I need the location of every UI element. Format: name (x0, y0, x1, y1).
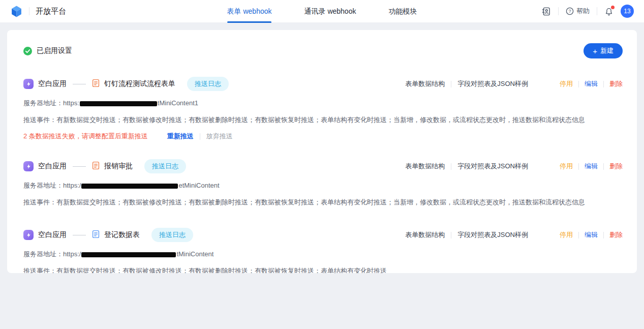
push-log-button[interactable]: 推送日志 (187, 77, 229, 91)
push-events-line: 推送事件：有新数据提交时推送；有数据被修改时推送；有数据被删除时推送；有数据被恢… (23, 198, 623, 207)
dash-connector (73, 84, 86, 84)
nav-tabs: 表单 webhook 通讯录 webhook 功能模块 (227, 0, 417, 23)
redacted-url (80, 101, 157, 106)
disable-button[interactable]: 停用 (560, 79, 573, 88)
server-address-line: 服务器地址：https:/tMiniContent (23, 250, 623, 259)
separator (451, 232, 451, 238)
push-error-line: 2 条数据推送失败，请调整配置后重新推送 重新推送 放弃推送 (23, 132, 623, 141)
separator (578, 163, 579, 170)
push-log-button[interactable]: 推送日志 (151, 228, 193, 242)
data-form-icon (92, 230, 100, 241)
enabled-settings-label: 已启用设置 (37, 46, 72, 55)
redacted-url (81, 184, 178, 189)
webhook-item: 空白应用 钉钉流程测试流程表单 推送日志 表单数据结构 字段对照表及JSON样例 (16, 77, 623, 141)
app-icon (23, 79, 34, 89)
separator (603, 232, 604, 238)
separator (451, 163, 451, 170)
new-button-label: 新建 (600, 46, 614, 55)
tab-form-webhook[interactable]: 表单 webhook (227, 0, 272, 23)
card-header: 已启用设置 + 新建 (16, 30, 623, 64)
form-structure-link[interactable]: 表单数据结构 (405, 162, 445, 171)
disable-button[interactable]: 停用 (560, 230, 573, 240)
push-events-line: 推送事件：有新数据提交时推送；有数据被修改时推送；有数据被删除时推送；有数据被恢… (23, 115, 623, 125)
top-navbar: 开放平台 表单 webhook 通讯录 webhook 功能模块 ? 帮助 (0, 0, 644, 23)
edit-button[interactable]: 编辑 (585, 79, 598, 88)
form-name: 钉钉流程测试流程表单 (104, 79, 175, 88)
edit-button[interactable]: 编辑 (585, 230, 598, 240)
dash-connector (73, 166, 86, 167)
redacted-url (81, 252, 176, 257)
delete-button[interactable]: 删除 (609, 79, 623, 88)
form-name: 报销审批 (104, 162, 133, 171)
nav-divider (558, 7, 559, 15)
separator (578, 232, 579, 238)
app-icon (23, 161, 34, 171)
form-name: 登记数据表 (104, 230, 140, 240)
tab-contacts-webhook[interactable]: 通讯录 webhook (304, 0, 356, 23)
separator (200, 133, 200, 140)
new-button[interactable]: + 新建 (584, 43, 623, 58)
field-mapping-link[interactable]: 字段对照表及JSON样例 (457, 162, 528, 171)
webhook-item: 空白应用 报销审批 推送日志 表单数据结构 字段对照表及JSON样例 (16, 159, 623, 206)
server-address-line: 服务器地址：https:/etMiniContent (23, 181, 623, 190)
push-log-button[interactable]: 推送日志 (144, 159, 186, 173)
field-mapping-link[interactable]: 字段对照表及JSON样例 (457, 230, 528, 240)
app-name: 空白应用 (38, 162, 67, 171)
separator (603, 81, 604, 87)
nav-divider (29, 7, 29, 15)
plus-icon: + (593, 47, 597, 55)
edit-button[interactable]: 编辑 (585, 162, 598, 171)
delete-button[interactable]: 删除 (609, 162, 623, 171)
process-form-icon (92, 161, 100, 172)
dash-connector (73, 235, 86, 235)
separator (578, 81, 579, 87)
tab-feature-modules[interactable]: 功能模块 (388, 0, 417, 23)
enabled-check-icon (23, 47, 32, 55)
push-events-line: 推送事件：有新数据提交时推送；有数据被修改时推送；有数据被删除时推送；有数据被恢… (23, 266, 623, 273)
process-form-icon (92, 79, 100, 89)
webhook-item: 空白应用 登记数据表 推送日志 表单数据结构 字段对照表及JSON样例 (16, 228, 623, 273)
disable-button[interactable]: 停用 (560, 162, 573, 171)
notification-dot (611, 6, 615, 9)
contacts-book-icon[interactable] (541, 7, 551, 16)
avatar[interactable]: 13 (621, 5, 634, 18)
separator (603, 163, 604, 170)
page-body: 已启用设置 + 新建 空白应用 (0, 23, 644, 280)
retry-push-button[interactable]: 重新推送 (167, 132, 194, 141)
error-message: 2 条数据推送失败，请调整配置后重新推送 (23, 132, 148, 141)
webhook-settings-card: 已启用设置 + 新建 空白应用 (7, 30, 637, 273)
svg-text:?: ? (568, 9, 571, 14)
delete-button[interactable]: 删除 (609, 230, 623, 240)
notification-bell-icon[interactable] (604, 7, 614, 16)
field-mapping-link[interactable]: 字段对照表及JSON样例 (457, 79, 528, 88)
help-button[interactable]: ? 帮助 (566, 7, 590, 16)
enabled-settings-title: 已启用设置 (23, 46, 72, 55)
page-title: 开放平台 (36, 7, 66, 16)
separator (451, 81, 451, 87)
nav-divider (597, 7, 597, 15)
server-address-line: 服务器地址：https:tMiniContent1 (23, 99, 623, 108)
abandon-push-button[interactable]: 放弃推送 (206, 132, 233, 141)
app-icon (23, 230, 34, 240)
app-name: 空白应用 (38, 230, 67, 240)
help-label: 帮助 (576, 7, 590, 16)
form-structure-link[interactable]: 表单数据结构 (405, 230, 445, 240)
platform-logo-icon (10, 5, 23, 18)
app-name: 空白应用 (38, 79, 67, 88)
form-structure-link[interactable]: 表单数据结构 (405, 79, 445, 88)
